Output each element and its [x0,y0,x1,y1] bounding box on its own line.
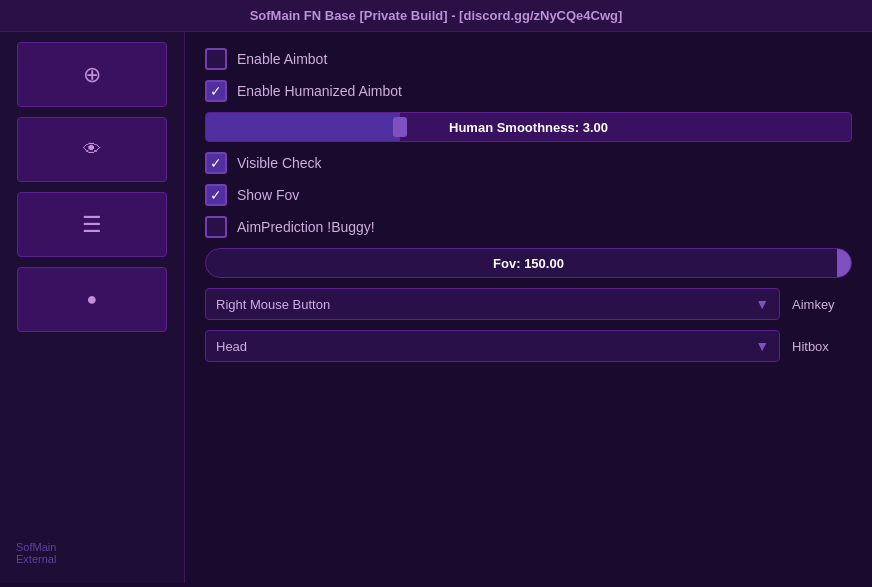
hitbox-key-label: Hitbox [792,339,852,354]
sidebar-label-1: SofMain [16,541,168,553]
sidebar-btn-weapon[interactable]: ● [17,267,167,332]
hitbox-value: Head [216,339,247,354]
checkmark-icon: ✓ [210,84,222,98]
aimkey-value: Right Mouse Button [216,297,330,312]
show-fov-checkbox[interactable]: ✓ [205,184,227,206]
title-bar: SofMain FN Base [Private Build] - [disco… [0,0,872,32]
enable-aimbot-row: Enable Aimbot [205,48,852,70]
aim-prediction-row: AimPrediction !Buggy! [205,216,852,238]
aim-prediction-checkbox[interactable] [205,216,227,238]
hitbox-chevron-icon: ▼ [755,338,769,354]
list-icon: ☰ [82,212,102,238]
hitbox-row: Head ▼ Hitbox [205,330,852,362]
eye-icon: 👁 [83,139,101,160]
fov-label: Fov: 150.00 [493,256,564,271]
sidebar-bottom: SofMain External [0,533,184,573]
aimkey-chevron-icon: ▼ [755,296,769,312]
visible-check-row: ✓ Visible Check [205,152,852,174]
visible-check-label: Visible Check [237,155,322,171]
hitbox-dropdown[interactable]: Head ▼ [205,330,780,362]
sidebar-btn-aimbot[interactable]: ⊕ [17,42,167,107]
sidebar-btn-visuals[interactable]: 👁 [17,117,167,182]
sidebar-btn-misc[interactable]: ☰ [17,192,167,257]
content-area: Enable Aimbot ✓ Enable Humanized Aimbot … [185,32,872,583]
enable-aimbot-label: Enable Aimbot [237,51,327,67]
enable-humanized-checkbox[interactable]: ✓ [205,80,227,102]
show-fov-row: ✓ Show Fov [205,184,852,206]
aimkey-dropdown[interactable]: Right Mouse Button ▼ [205,288,780,320]
sidebar-label-2: External [16,553,168,565]
checkmark-icon-2: ✓ [210,156,222,170]
title-text: SofMain FN Base [Private Build] - [disco… [250,8,623,23]
human-smoothness-slider[interactable]: Human Smoothness: 3.00 [205,112,852,142]
bomb-icon: ● [87,289,98,310]
checkmark-icon-3: ✓ [210,188,222,202]
sidebar: ⊕ 👁 ☰ ● SofMain External [0,32,185,583]
fov-slider[interactable]: Fov: 150.00 [205,248,852,278]
enable-humanized-row: ✓ Enable Humanized Aimbot [205,80,852,102]
slider-label: Human Smoothness: 3.00 [206,120,851,135]
aimkey-row: Right Mouse Button ▼ Aimkey [205,288,852,320]
show-fov-label: Show Fov [237,187,299,203]
aimkey-key-label: Aimkey [792,297,852,312]
enable-humanized-label: Enable Humanized Aimbot [237,83,402,99]
aim-prediction-label: AimPrediction !Buggy! [237,219,375,235]
enable-aimbot-checkbox[interactable] [205,48,227,70]
visible-check-checkbox[interactable]: ✓ [205,152,227,174]
crosshair-icon: ⊕ [83,62,101,88]
